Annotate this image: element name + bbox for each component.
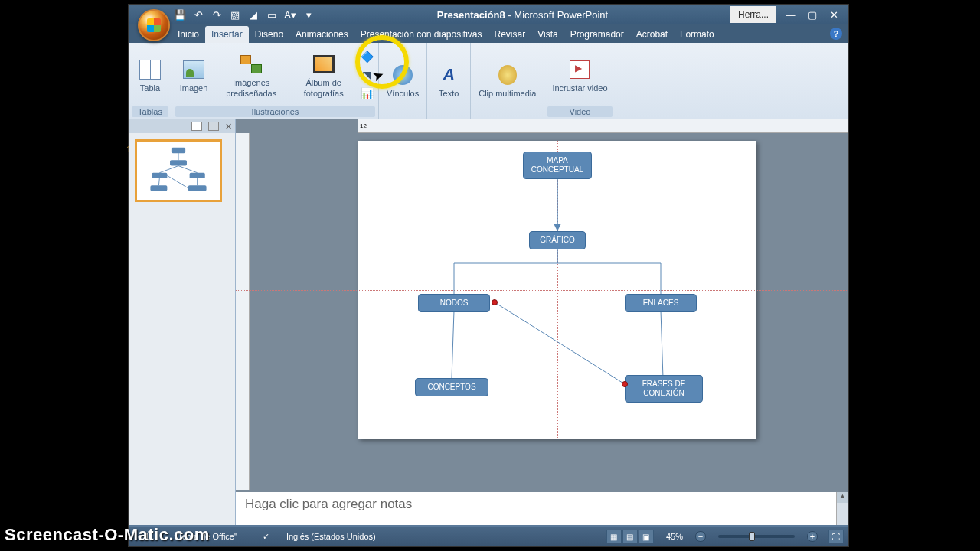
zoom-slider-knob[interactable] (749, 532, 755, 541)
group-texto: A Texto (427, 43, 471, 119)
quick-access-toolbar: 💾 ↶ ↷ ▧ ◢ ▭ A▾ ▾ (173, 8, 315, 21)
tab-acrobat[interactable]: Acrobat (630, 26, 674, 43)
normal-view-button[interactable]: ▦ (606, 530, 622, 543)
slide-panel-header: ✕ (129, 119, 235, 133)
tab-insertar[interactable]: Insertar (205, 26, 249, 43)
texto-button[interactable]: A Texto (430, 60, 467, 102)
slide-panel: ✕ 1 (129, 119, 236, 525)
sorter-view-button[interactable]: ▤ (622, 530, 638, 543)
work-area: ✕ 1 (129, 119, 848, 525)
notes-placeholder: Haga clic para agregar notas (245, 497, 412, 511)
zoom-slider[interactable] (718, 535, 795, 538)
svg-rect-5 (188, 185, 207, 191)
connector-endpoint-2[interactable] (622, 381, 628, 387)
group-label-video: Video (547, 106, 612, 117)
group-video: Incrustar video Video (544, 43, 616, 119)
album-fotografias-button[interactable]: Álbum de fotografías (290, 49, 357, 101)
chart-button[interactable]: 📊 (358, 86, 375, 103)
status-bar: e 1 "Tema de Office" ✓ Inglés (Estados U… (129, 527, 848, 546)
qat-icon-1[interactable]: ▧ (228, 8, 242, 21)
close-button[interactable]: ✕ (827, 9, 841, 21)
help-icon[interactable]: ? (830, 28, 842, 40)
tabla-button[interactable]: Tabla (132, 54, 168, 96)
diagram-box-frases[interactable]: FRASES DE CONEXIÓN (625, 375, 703, 403)
ribbon: Tabla Tablas Imagen Imágenes prediseñada… (129, 43, 848, 119)
shapes-button[interactable]: 🔷 (358, 49, 375, 66)
svg-rect-1 (170, 160, 187, 165)
qat-icon-3[interactable]: ▭ (265, 8, 279, 21)
diagram-box-mapa-conceptual[interactable]: MAPA CONCEPTUAL (523, 152, 592, 179)
table-icon (138, 57, 162, 82)
imagen-button[interactable]: Imagen (175, 54, 212, 96)
clipart-icon (239, 52, 263, 77)
contextual-tab-label[interactable]: Herra... (730, 6, 776, 23)
watermark-text: Screencast-O-Matic.com (5, 525, 210, 545)
panel-close-icon[interactable]: ✕ (225, 122, 232, 132)
save-icon[interactable]: 💾 (173, 8, 187, 21)
slideshow-view-button[interactable]: ▣ (639, 530, 654, 543)
diagram-box-nodos[interactable]: NODOS (418, 294, 490, 312)
notes-pane[interactable]: Haga clic para agregar notas ▲ (236, 490, 848, 525)
imagenes-predisenadas-button[interactable]: Imágenes prediseñadas (214, 49, 289, 101)
svg-line-11 (167, 175, 188, 187)
connector-endpoint-1[interactable] (492, 299, 498, 305)
window-title: Presentación8 - Microsoft PowerPoint (315, 9, 730, 21)
notes-scrollbar[interactable]: ▲ (836, 492, 848, 525)
undo-icon[interactable]: ↶ (191, 8, 205, 21)
svg-line-9 (158, 178, 159, 185)
office-button[interactable] (138, 9, 170, 41)
redo-icon[interactable]: ↷ (210, 8, 224, 21)
tab-revisar[interactable]: Revisar (488, 26, 532, 43)
horizontal-ruler[interactable]: 12 (358, 119, 848, 133)
group-ilustraciones: Imagen Imágenes prediseñadas Álbum de fo… (172, 43, 379, 119)
qat-more-icon[interactable]: ▾ (302, 8, 315, 21)
image-icon (181, 57, 206, 82)
editor-area: 12 MAPA CONCEPTUAL GRÁFICO NODOS (236, 119, 848, 525)
font-size-icon[interactable]: A▾ (283, 8, 297, 21)
vertical-ruler[interactable] (236, 133, 250, 525)
maximize-button[interactable]: ▢ (805, 9, 819, 21)
outline-tab-icon[interactable] (208, 122, 219, 131)
tab-formato[interactable]: Formato (674, 26, 720, 43)
document-name: Presentación8 (437, 9, 505, 21)
slides-tab-icon[interactable] (191, 122, 202, 131)
scroll-up-icon[interactable]: ▲ (837, 492, 848, 503)
incrustar-video-button[interactable]: Incrustar video (547, 54, 612, 96)
qat-icon-2[interactable]: ◢ (247, 8, 260, 21)
svg-rect-3 (190, 173, 205, 178)
vinculos-button[interactable]: Vínculos (382, 60, 423, 102)
tab-animaciones[interactable]: Animaciones (289, 26, 354, 43)
svg-line-15 (495, 302, 625, 384)
tab-programador[interactable]: Programador (564, 26, 630, 43)
app-window: 💾 ↶ ↷ ▧ ◢ ▭ A▾ ▾ Presentación8 - Microso… (128, 4, 849, 547)
group-label-ilustraciones: Ilustraciones (175, 106, 375, 117)
video-icon (567, 57, 592, 82)
app-name: Microsoft PowerPoint (514, 9, 608, 21)
slide-canvas[interactable]: MAPA CONCEPTUAL GRÁFICO NODOS ENLACES CO… (358, 141, 756, 439)
zoom-in-button[interactable]: + (807, 531, 818, 542)
zoom-percent[interactable]: 45% (662, 532, 688, 541)
status-spellcheck-icon[interactable]: ✓ (258, 532, 274, 542)
diagram-box-grafico[interactable]: GRÁFICO (529, 231, 586, 249)
group-multimedia: Clip multimedia (471, 43, 544, 119)
svg-line-8 (178, 166, 198, 173)
thumb-number: 1 (126, 145, 131, 154)
tab-presentacion[interactable]: Presentación con diapositivas (354, 26, 488, 43)
album-icon (312, 52, 336, 77)
clip-multimedia-button[interactable]: Clip multimedia (474, 60, 541, 102)
slide-thumbnail-1[interactable]: 1 (135, 139, 222, 202)
svg-line-7 (159, 166, 178, 173)
tab-vista[interactable]: Vista (531, 26, 564, 43)
tab-diseno[interactable]: Diseño (249, 26, 289, 43)
group-vinculos: Vínculos (379, 43, 427, 119)
tab-inicio[interactable]: Inicio (172, 26, 205, 43)
clip-icon (495, 63, 520, 87)
diagram-box-enlaces[interactable]: ENLACES (625, 294, 697, 312)
minimize-button[interactable]: — (784, 9, 798, 21)
fit-to-window-button[interactable]: ⛶ (828, 530, 844, 543)
title-bar: 💾 ↶ ↷ ▧ ◢ ▭ A▾ ▾ Presentación8 - Microso… (129, 5, 848, 24)
thumbnail-list: 1 (129, 133, 235, 208)
zoom-out-button[interactable]: − (695, 531, 706, 542)
status-language[interactable]: Inglés (Estados Unidos) (282, 532, 381, 541)
diagram-box-conceptos[interactable]: CONCEPTOS (415, 378, 488, 396)
